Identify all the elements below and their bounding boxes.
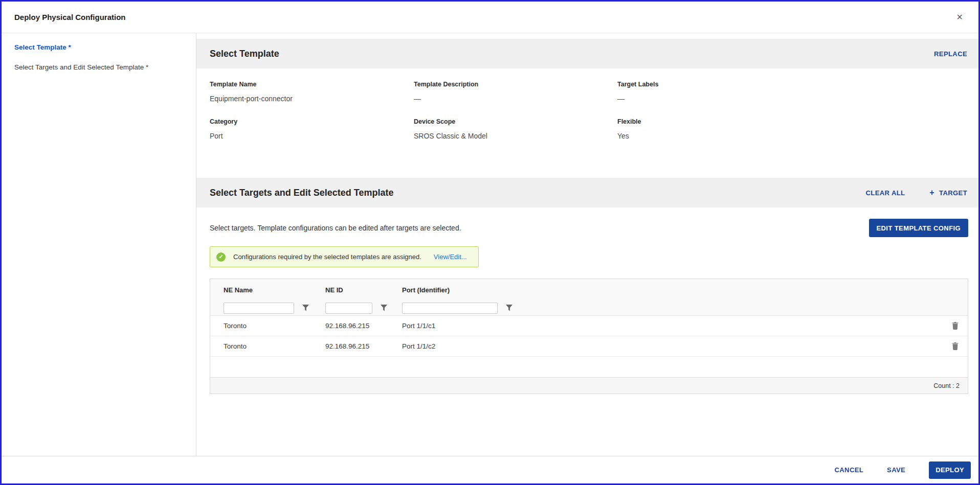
select-template-title: Select Template — [210, 49, 279, 59]
targets-table-filter-row — [210, 301, 968, 316]
success-check-icon: ✓ — [216, 252, 226, 262]
filter-icon[interactable] — [302, 305, 309, 311]
sidebar-step-select-targets[interactable]: Select Targets and Edit Selected Templat… — [14, 63, 183, 71]
field-value: Port — [210, 132, 414, 140]
column-header-ne-name: NE Name — [210, 286, 325, 294]
field-label: Template Description — [414, 81, 617, 88]
field-label: Target Labels — [617, 81, 965, 88]
dialog-content: Select Template REPLACE Template Name Eq… — [196, 33, 978, 456]
field-value: — — [414, 95, 617, 103]
banner-message: Configurations required by the selected … — [233, 253, 421, 261]
table-empty-area — [210, 357, 968, 377]
port-identifier-filter-input[interactable] — [402, 303, 498, 314]
cell-ne-id: 92.168.96.215 — [325, 342, 402, 350]
targets-table-header-row: NE Name NE ID Port (Identifier) — [210, 279, 968, 301]
dialog-body: Select Template * Select Targets and Edi… — [2, 33, 978, 456]
field-label: Device Scope — [414, 118, 617, 125]
field-label: Flexible — [617, 118, 965, 125]
edit-template-config-button[interactable]: EDIT TEMPLATE CONFIG — [869, 219, 968, 237]
filter-icon[interactable] — [381, 305, 387, 311]
plus-icon: + — [929, 189, 934, 197]
template-details: Template Name Equipment-port-connector T… — [196, 68, 978, 178]
table-footer: Count : 2 — [210, 377, 968, 394]
configurations-assigned-banner: ✓ Configurations required by the selecte… — [210, 246, 479, 267]
delete-row-icon[interactable] — [952, 322, 959, 330]
close-icon[interactable]: ✕ — [956, 13, 963, 21]
sidebar-step-select-template[interactable]: Select Template * — [14, 43, 183, 51]
table-row: Toronto 92.168.96.215 Port 1/1/c2 — [210, 336, 968, 357]
target-labels-field: Target Labels — — [617, 81, 965, 103]
select-targets-section-header: Select Targets and Edit Selected Templat… — [196, 178, 978, 207]
column-header-ne-id: NE ID — [325, 286, 402, 294]
cell-port-identifier: Port 1/1/c2 — [402, 342, 942, 350]
ne-name-filter-input[interactable] — [224, 303, 294, 314]
template-description-field: Template Description — — [414, 81, 617, 103]
targets-section-body: Select targets. Template configurations … — [196, 207, 978, 394]
field-value: — — [617, 95, 965, 103]
deploy-button[interactable]: DEPLOY — [929, 461, 971, 479]
template-name-field: Template Name Equipment-port-connector — [210, 81, 414, 103]
filter-icon[interactable] — [506, 305, 513, 311]
dialog-title: Deploy Physical Configuration — [14, 13, 126, 21]
cell-port-identifier: Port 1/1/c1 — [402, 322, 942, 330]
add-target-label: TARGET — [939, 189, 967, 197]
clear-all-button[interactable]: CLEAR ALL — [866, 189, 905, 197]
ne-id-filter-input[interactable] — [325, 303, 372, 314]
field-label: Category — [210, 118, 414, 125]
column-header-port-identifier: Port (Identifier) — [402, 286, 942, 294]
save-button[interactable]: SAVE — [887, 466, 905, 474]
field-value: SROS Classic & Model — [414, 132, 617, 140]
targets-description: Select targets. Template configurations … — [210, 224, 461, 232]
deploy-physical-configuration-dialog: Deploy Physical Configuration ✕ Select T… — [0, 0, 980, 485]
table-row: Toronto 92.168.96.215 Port 1/1/c1 — [210, 316, 968, 336]
field-value: Equipment-port-connector — [210, 95, 414, 103]
flexible-field: Flexible Yes — [617, 118, 965, 140]
device-scope-field: Device Scope SROS Classic & Model — [414, 118, 617, 140]
view-edit-link[interactable]: View/Edit... — [434, 253, 467, 261]
delete-row-icon[interactable] — [952, 342, 959, 350]
dialog-titlebar: Deploy Physical Configuration ✕ — [2, 2, 978, 33]
targets-header-actions: CLEAR ALL + TARGET — [841, 189, 967, 197]
cell-ne-name: Toronto — [210, 322, 325, 330]
dialog-footer: CANCEL SAVE DEPLOY — [2, 456, 978, 483]
select-targets-title: Select Targets and Edit Selected Templat… — [210, 188, 393, 198]
category-field: Category Port — [210, 118, 414, 140]
targets-table: NE Name NE ID Port (Identifier) — [210, 279, 968, 394]
select-template-section-header: Select Template REPLACE — [196, 39, 978, 68]
cell-ne-id: 92.168.96.215 — [325, 322, 402, 330]
targets-description-row: Select targets. Template configurations … — [210, 219, 968, 237]
cell-ne-name: Toronto — [210, 342, 325, 350]
cancel-button[interactable]: CANCEL — [835, 466, 864, 474]
steps-sidebar: Select Template * Select Targets and Edi… — [2, 33, 196, 456]
field-label: Template Name — [210, 81, 414, 88]
add-target-button[interactable]: + TARGET — [929, 189, 967, 197]
row-count: Count : 2 — [933, 382, 960, 389]
field-value: Yes — [617, 132, 965, 140]
replace-button[interactable]: REPLACE — [934, 50, 967, 58]
